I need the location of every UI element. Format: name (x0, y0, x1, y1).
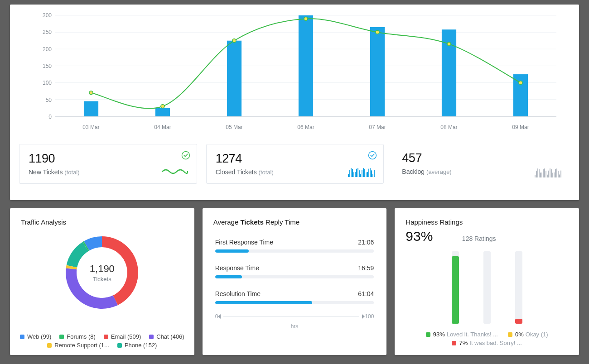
svg-rect-7 (84, 101, 98, 116)
check-icon (368, 151, 377, 162)
svg-rect-28 (355, 172, 356, 177)
svg-rect-23 (348, 174, 349, 177)
chart-svg (55, 15, 556, 116)
svg-rect-57 (554, 172, 555, 177)
svg-rect-53 (548, 171, 549, 177)
svg-point-17 (304, 17, 308, 20)
svg-point-21 (182, 152, 189, 159)
svg-rect-27 (353, 172, 354, 177)
reply-scale: 0 100 (213, 313, 376, 320)
svg-point-20 (519, 81, 522, 85)
stat-card-closed-tickets[interactable]: 1274 Closed Tickets (total) (206, 144, 384, 184)
svg-rect-56 (552, 173, 553, 177)
metric-value: 61:04 (358, 290, 374, 297)
legend-item[interactable]: 7%It was bad. Sorry! ... (452, 340, 521, 346)
donut-legend: Web (99)Forums (8)Email (509)Chat (406)R… (10, 333, 194, 349)
svg-rect-44 (536, 171, 537, 177)
scale-unit: hrs (213, 323, 376, 330)
svg-rect-9 (227, 41, 241, 116)
svg-rect-41 (372, 174, 373, 177)
svg-rect-36 (366, 172, 367, 177)
card-title: Happiness Ratings (406, 218, 568, 226)
svg-rect-33 (362, 170, 362, 177)
svg-rect-39 (370, 168, 371, 177)
stat-value: 457 (402, 151, 561, 165)
svg-rect-10 (299, 15, 313, 116)
svg-rect-50 (544, 168, 545, 177)
legend-item[interactable]: Phone (152) (117, 342, 157, 349)
stat-card-backlog[interactable]: 457 Backlog (average) (393, 144, 570, 184)
svg-point-19 (447, 42, 451, 46)
svg-point-16 (232, 39, 236, 43)
svg-rect-43 (535, 175, 536, 177)
svg-rect-54 (550, 168, 550, 177)
happiness-bar-chart (406, 251, 568, 324)
main-bar-line-chart: 05010015020025030003 Mar04 Mar05 Mar06 M… (19, 13, 570, 136)
x-tick-label: 08 Mar (440, 124, 457, 130)
sparkline-bars-icon (348, 167, 375, 177)
happiness-bar (452, 251, 459, 324)
card-title: Average Tickets Reply Time (213, 218, 376, 226)
svg-rect-26 (352, 169, 353, 177)
svg-rect-25 (351, 168, 352, 177)
svg-point-14 (89, 91, 93, 95)
y-tick-label: 300 (36, 12, 52, 19)
legend-item[interactable]: Forums (8) (59, 333, 96, 340)
svg-rect-24 (349, 170, 350, 177)
legend-item[interactable]: Web (99) (20, 333, 51, 340)
stat-value: 1274 (216, 152, 375, 166)
progress-fill (215, 275, 242, 278)
svg-rect-45 (537, 168, 538, 177)
reply-metric-row: Resolution Time61:04 (213, 290, 376, 304)
reply-metric-row: First Response Time21:06 (213, 239, 376, 253)
x-tick-label: 04 Mar (154, 124, 171, 130)
x-tick-label: 07 Mar (369, 124, 386, 130)
ratings-count: 128 Ratings (462, 235, 496, 242)
svg-rect-55 (551, 169, 552, 177)
sparkline-wave-icon (161, 167, 188, 177)
legend-item[interactable]: Remote Support (1... (47, 342, 109, 349)
svg-rect-60 (558, 171, 559, 177)
sparkline-bars-icon (535, 168, 562, 177)
happiness-bar (515, 251, 522, 324)
progress-track (215, 275, 374, 278)
svg-rect-8 (155, 108, 170, 116)
svg-point-18 (376, 30, 379, 34)
stat-value: 1190 (29, 152, 188, 166)
svg-rect-62 (560, 171, 561, 177)
stat-card-new-tickets[interactable]: 1190 New Tickets (total) (19, 144, 197, 184)
legend-item[interactable]: Chat (406) (149, 333, 184, 340)
legend-item[interactable]: 93%Loved it. Thanks! ... (426, 331, 498, 338)
svg-rect-58 (555, 169, 556, 177)
svg-rect-40 (371, 170, 372, 177)
metric-name: First Response Time (215, 239, 273, 246)
legend-item[interactable]: 0%Okay (1) (508, 331, 548, 338)
svg-rect-30 (357, 168, 358, 177)
scale-max: 100 (365, 313, 374, 320)
svg-point-22 (369, 152, 377, 159)
triangle-left-icon[interactable] (218, 314, 221, 319)
metric-name: Response Time (215, 264, 259, 272)
svg-rect-51 (546, 171, 546, 177)
progress-track (215, 301, 374, 304)
stat-cards-row: 1190 New Tickets (total) 1274 Closed Tic… (19, 144, 570, 184)
svg-rect-37 (367, 172, 368, 177)
svg-rect-49 (543, 169, 544, 177)
x-tick-label: 06 Mar (297, 124, 314, 130)
y-tick-label: 100 (36, 80, 52, 86)
y-tick-label: 150 (36, 63, 52, 69)
card-title: Traffic Analysis (21, 218, 183, 226)
happiness-bar (483, 251, 491, 324)
progress-fill (215, 301, 312, 304)
scale-min: 0 (215, 313, 218, 320)
svg-rect-38 (368, 169, 369, 177)
legend-item[interactable]: Email (509) (104, 333, 141, 340)
x-tick-label: 09 Mar (512, 124, 529, 130)
svg-rect-61 (559, 175, 560, 177)
svg-rect-59 (556, 168, 557, 177)
reply-metric-row: Response Time16:59 (213, 264, 376, 278)
progress-fill (215, 249, 249, 253)
happiness-ratings-card: Happiness Ratings 93% 128 Ratings 93%Lov… (395, 208, 579, 355)
svg-rect-29 (356, 169, 357, 177)
svg-rect-34 (363, 168, 364, 177)
